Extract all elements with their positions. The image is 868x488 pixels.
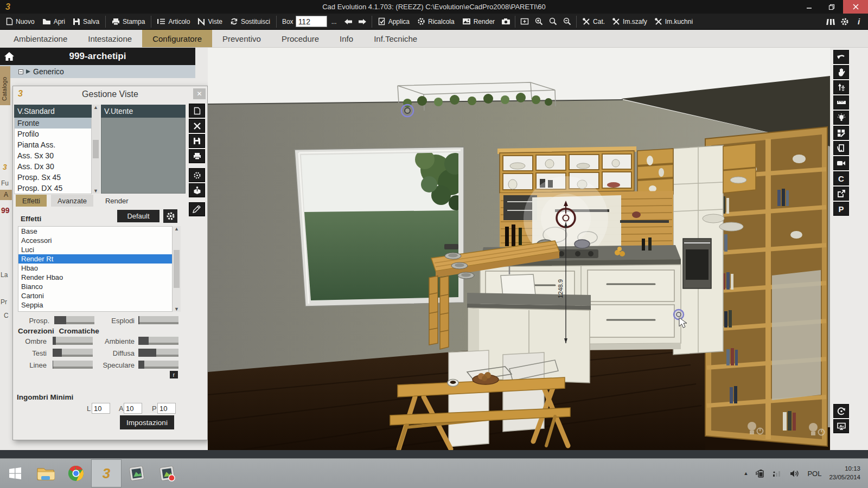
views-scrollbar[interactable]: ▲ ▼ [92,105,100,194]
expand-box-icon[interactable] [18,69,23,74]
battery-icon[interactable] [756,469,765,478]
effect-item[interactable]: Base [18,227,172,236]
effect-item[interactable]: Accessori [18,236,172,245]
insert-door-button[interactable] [833,141,849,155]
selection-ring-gizmo-2[interactable] [674,310,684,319]
lights-button[interactable] [833,111,849,125]
network-signal-icon[interactable] [773,470,782,477]
p-field-input[interactable] [157,403,176,414]
edit-view-button[interactable] [189,202,205,216]
vertical-catalog-tab[interactable]: Catalogo [0,66,10,105]
diffusa-slider[interactable] [138,349,178,357]
cad-evolution-taskbar-button[interactable]: 3 [91,459,122,487]
hidden-icons-caret[interactable]: ▲ [744,471,749,476]
prosp-slider[interactable] [54,316,94,324]
move-button[interactable] [833,80,849,94]
user-views-body[interactable] [101,118,186,194]
view-item[interactable]: Pianta Ass. [15,139,91,150]
applica-button[interactable]: Applica [374,15,413,29]
scroll-up-icon[interactable]: ▲ [93,105,98,110]
new-view-button[interactable] [189,104,205,118]
settings-gear-button[interactable] [838,15,852,29]
p-tool-button[interactable]: P [833,202,849,216]
tab-inf-tecniche[interactable]: Inf.Tecniche [363,30,427,47]
tab-preventivo[interactable]: Preventivo [212,30,271,47]
ombre-slider[interactable] [53,337,93,345]
back-arrow-button[interactable] [341,15,355,29]
speaker-icon[interactable] [790,470,800,478]
close-button[interactable] [843,0,868,14]
view-item[interactable]: Ass. Dx 30 [15,161,91,172]
edit-grid-button[interactable] [833,126,849,140]
minimize-button[interactable] [797,0,820,14]
library-books-button[interactable] [824,15,838,29]
tree-item-generico[interactable]: Generico [0,65,195,78]
effect-item[interactable]: Render Rt [18,254,172,264]
c-tool-button[interactable]: C [833,171,849,185]
effect-item[interactable]: Seppia [18,300,172,310]
clock[interactable]: 10:13 23/05/2014 [829,465,860,481]
start-button[interactable] [0,459,30,487]
ricalcola-button[interactable]: Ricalcola [413,15,458,29]
zoom-out-button[interactable] [560,15,574,29]
chrome-button[interactable] [61,459,91,487]
undo-button[interactable] [833,50,849,64]
pan-hand-button[interactable] [833,65,849,79]
tab-intestazione[interactable]: Intestazione [78,30,142,47]
tab-configuratore[interactable]: Configuratore [142,30,212,47]
effect-item[interactable]: Render Hbao [18,273,172,282]
l-field-input[interactable] [92,403,110,414]
restore-button[interactable] [820,0,843,14]
ambiente-slider[interactable] [138,337,178,345]
tab-ambientazione[interactable]: Ambientazione [3,30,78,47]
render-button[interactable]: Render [458,15,499,29]
tab-procedure[interactable]: Procedure [271,30,329,47]
dialog-tab-effetti[interactable]: Effetti [16,195,47,207]
info-button[interactable]: i [852,15,866,29]
scroll-thumb[interactable] [93,140,99,158]
dialog-tab-render[interactable]: Render [99,195,135,207]
scroll-down-icon[interactable]: ▼ [174,306,179,312]
image-viewer-button[interactable] [122,459,152,487]
render-settings-button[interactable] [189,168,205,182]
video-camera-button[interactable] [833,156,849,170]
forward-arrow-button[interactable] [355,15,369,29]
scroll-up-icon[interactable]: ▲ [174,226,179,232]
effect-item[interactable]: Luci [18,245,172,254]
view-item[interactable]: Prosp. Sx 45 [15,172,91,183]
file-explorer-button[interactable] [30,459,61,487]
export-button[interactable] [833,187,849,201]
effect-item[interactable]: Bianco [18,282,172,291]
center-crosshair-button[interactable] [518,15,532,29]
save-view-button[interactable] [189,134,205,148]
dialog-tab-avanzate[interactable]: Avanzate [51,195,93,207]
salva-button[interactable]: Salva [69,15,103,29]
cat-tool-button[interactable]: Cat. [579,15,609,29]
box-input[interactable] [296,16,327,27]
delete-view-button[interactable] [189,119,205,133]
dialog-close-button[interactable]: ✕ [193,88,206,99]
effects-scrollbar[interactable]: ▲ ▼ [173,226,181,312]
linee-slider[interactable] [53,361,93,369]
im-kuchni-tool-button[interactable]: Im.kuchni [651,15,697,29]
im-szafy-tool-button[interactable]: Im.szafy [609,15,651,29]
nuovo-button[interactable]: Nuovo [2,15,39,29]
default-button[interactable]: Default [117,210,159,222]
viste-button[interactable]: Viste [194,15,226,29]
testi-slider[interactable] [53,349,93,357]
rotate-view-button[interactable] [833,404,849,418]
camera-button[interactable] [499,15,513,29]
language-indicator[interactable]: POL [807,470,821,478]
tab-info[interactable]: Info [329,30,363,47]
zoom-in-button[interactable] [532,15,546,29]
view-item[interactable]: Profilo [15,129,91,139]
view-item[interactable]: Fronte [15,118,91,129]
effect-item[interactable]: Hbao [18,264,172,273]
stampa-button[interactable]: Stampa [108,15,149,29]
box-more-button[interactable]: ... [327,18,341,25]
effects-gear-button[interactable] [163,209,177,223]
esplodi-slider[interactable] [138,316,178,324]
home-button[interactable] [0,48,18,65]
presentation-button[interactable] [833,419,849,433]
scroll-down-icon[interactable]: ▼ [93,188,98,194]
